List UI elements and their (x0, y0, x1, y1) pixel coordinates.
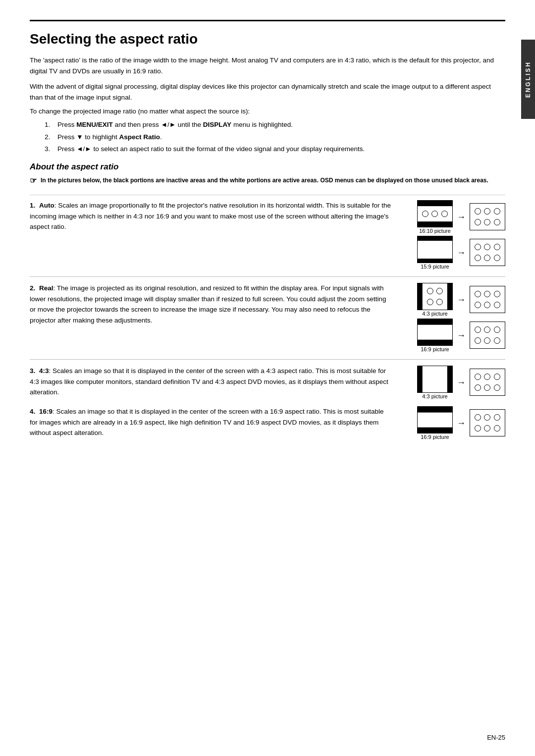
169-diagram-row: 16:9 picture → (417, 406, 505, 440)
real-diagram-169: 16:9 picture → (417, 319, 505, 352)
circle-row (426, 288, 444, 294)
arrow-icon: → (457, 212, 466, 222)
auto-source-159-inner (418, 241, 452, 259)
real-source-169-col: 16:9 picture (417, 319, 453, 352)
43-diagrams: 4:3 picture → (401, 366, 505, 399)
43-source-inner (423, 366, 447, 392)
circle (494, 208, 500, 215)
circle (494, 326, 500, 333)
circle (441, 211, 448, 217)
circle-row (473, 425, 502, 432)
circle-row (473, 302, 502, 308)
circle (475, 219, 481, 225)
circle-row (426, 299, 444, 305)
circle (475, 244, 481, 250)
arrow-icon: → (457, 330, 466, 341)
circle-row (473, 244, 502, 250)
note-icon: ☞ (30, 175, 37, 187)
real-result-169-col (470, 322, 505, 349)
circle (484, 291, 490, 297)
auto-diagram-159: 15:9 picture → (417, 236, 505, 270)
auto-result-159 (470, 239, 505, 266)
aspect-ratio-bold: Aspect Ratio (119, 133, 160, 141)
circle (484, 244, 490, 250)
169-num: 4. (30, 408, 35, 415)
arrow-icon: → (457, 295, 466, 305)
auto-result-1610-col (470, 203, 505, 231)
circle (494, 244, 500, 250)
step-1: 1. Press MENU/EXIT and then press ◄/► un… (45, 120, 505, 130)
step-2-text: Press ▼ to highlight Aspect Ratio. (57, 132, 162, 142)
auto-desc: : Scales an image proportionally to fit … (30, 202, 391, 230)
43-diagram-row: 4:3 picture → (417, 366, 505, 399)
43-text: 3. 4:3: Scales an image so that it is di… (30, 366, 401, 398)
169-desc: : Scales an image so that it is displaye… (30, 408, 383, 436)
auto-source-159 (417, 236, 453, 263)
page-container: ENGLISH Selecting the aspect ratio The '… (0, 0, 535, 756)
step-2: 2. Press ▼ to highlight Aspect Ratio. (45, 132, 505, 142)
intro-para2: With the advent of digital signal proces… (30, 81, 505, 103)
auto-result-1610 (470, 203, 505, 230)
section-divider-2 (30, 359, 505, 360)
circle-row (473, 255, 502, 261)
auto-num: 1. (30, 202, 35, 209)
arrow-icon: → (457, 418, 466, 429)
real-result-169 (470, 322, 505, 349)
auto-text: 1. Auto: Scales an image proportionally … (30, 200, 401, 232)
circle (494, 374, 500, 380)
step-1-text: Press MENU/EXIT and then press ◄/► until… (57, 120, 293, 130)
aspect-item-real: 2. Real: The image is projected as its o… (30, 283, 505, 352)
circle (427, 299, 433, 305)
circle-row (473, 384, 502, 391)
english-tab: ENGLISH (521, 40, 535, 119)
auto-source-1610-circles (418, 211, 452, 217)
169-diagrams: 16:9 picture → (401, 406, 505, 440)
circle (494, 384, 500, 391)
step-1-num: 1. (45, 120, 54, 130)
169-source-col: 16:9 picture (417, 406, 453, 440)
circle-row (473, 208, 502, 215)
page-footer: EN-25 (487, 734, 505, 741)
aspect-item-169: 4. 16:9: Scales an image so that it is d… (30, 406, 505, 440)
circle (494, 219, 500, 225)
note-text: In the pictures below, the black portion… (41, 176, 488, 185)
43-title: 4:3 (39, 367, 49, 375)
real-source-43-label: 4:3 picture (422, 311, 447, 317)
real-source-169-label: 16:9 picture (421, 346, 449, 352)
43-source-label: 4:3 picture (422, 393, 447, 399)
circle (436, 288, 443, 294)
intro-para1: The 'aspect ratio' is the ratio of the i… (30, 55, 505, 76)
43-result (470, 369, 505, 396)
auto-result-159-col (470, 239, 505, 267)
auto-result-1610-circles (470, 204, 505, 230)
real-source-169 (417, 319, 453, 346)
real-result-169-circles (470, 322, 505, 348)
real-result-43-col (470, 286, 505, 314)
auto-source-159-label: 15:9 picture (421, 264, 449, 270)
169-result-circles (470, 410, 505, 436)
169-result-col (470, 409, 505, 437)
circle (436, 299, 443, 305)
auto-source-159-col: 15:9 picture (417, 236, 453, 270)
auto-diagram-1610: 16:10 picture → (417, 200, 505, 234)
circle (484, 219, 490, 225)
circle-row (473, 326, 502, 333)
real-source-43-inner (423, 283, 447, 310)
arrow-icon: → (457, 248, 466, 258)
circle (484, 255, 490, 261)
circle (494, 337, 500, 344)
circle (475, 255, 481, 261)
circle-row (473, 374, 502, 380)
real-diagram-43: 4:3 picture → (417, 283, 505, 317)
169-source-inner (418, 412, 452, 428)
circle (475, 425, 481, 432)
43-source-col: 4:3 picture (417, 366, 453, 399)
circle (484, 414, 490, 421)
circle (475, 374, 481, 380)
circle (475, 208, 481, 215)
step-3-text: Press ◄/► to select an aspect ratio to s… (57, 144, 365, 154)
circle (422, 211, 428, 217)
circle (484, 302, 490, 308)
43-num: 3. (30, 367, 35, 375)
step-2-num: 2. (45, 132, 54, 142)
